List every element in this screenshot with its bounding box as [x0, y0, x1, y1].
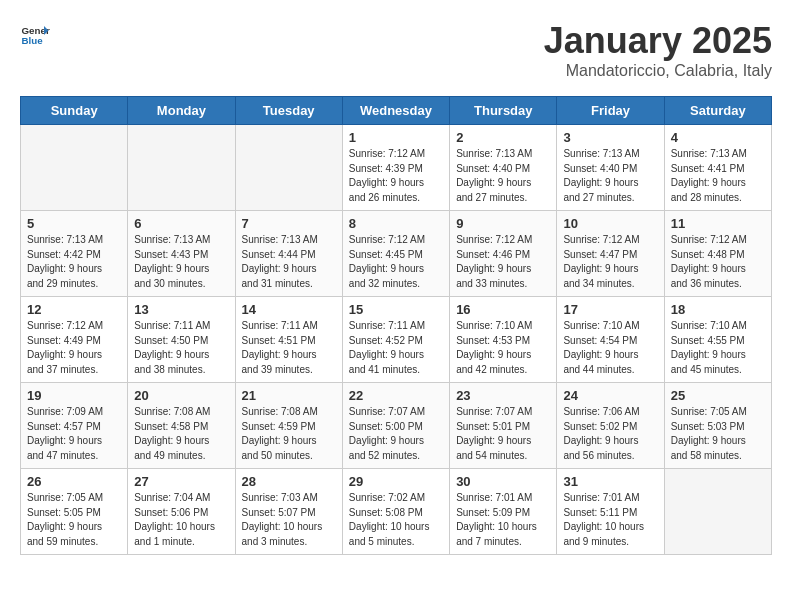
day-info: Sunrise: 7:12 AM Sunset: 4:46 PM Dayligh…: [456, 233, 550, 291]
calendar-day-26: 26Sunrise: 7:05 AM Sunset: 5:05 PM Dayli…: [21, 469, 128, 555]
day-number: 30: [456, 474, 550, 489]
day-info: Sunrise: 7:12 AM Sunset: 4:39 PM Dayligh…: [349, 147, 443, 205]
day-info: Sunrise: 7:12 AM Sunset: 4:48 PM Dayligh…: [671, 233, 765, 291]
day-number: 31: [563, 474, 657, 489]
calendar-empty-cell: [128, 125, 235, 211]
day-info: Sunrise: 7:12 AM Sunset: 4:45 PM Dayligh…: [349, 233, 443, 291]
day-number: 12: [27, 302, 121, 317]
day-info: Sunrise: 7:05 AM Sunset: 5:03 PM Dayligh…: [671, 405, 765, 463]
calendar-day-30: 30Sunrise: 7:01 AM Sunset: 5:09 PM Dayli…: [450, 469, 557, 555]
svg-text:Blue: Blue: [22, 35, 44, 46]
day-number: 17: [563, 302, 657, 317]
calendar-table: SundayMondayTuesdayWednesdayThursdayFrid…: [20, 96, 772, 555]
day-info: Sunrise: 7:05 AM Sunset: 5:05 PM Dayligh…: [27, 491, 121, 549]
day-number: 3: [563, 130, 657, 145]
day-info: Sunrise: 7:04 AM Sunset: 5:06 PM Dayligh…: [134, 491, 228, 549]
day-number: 19: [27, 388, 121, 403]
day-number: 16: [456, 302, 550, 317]
calendar-title: January 2025: [544, 20, 772, 62]
day-number: 20: [134, 388, 228, 403]
calendar-day-5: 5Sunrise: 7:13 AM Sunset: 4:42 PM Daylig…: [21, 211, 128, 297]
calendar-day-8: 8Sunrise: 7:12 AM Sunset: 4:45 PM Daylig…: [342, 211, 449, 297]
weekday-header-wednesday: Wednesday: [342, 97, 449, 125]
day-number: 18: [671, 302, 765, 317]
day-info: Sunrise: 7:13 AM Sunset: 4:43 PM Dayligh…: [134, 233, 228, 291]
weekday-header-tuesday: Tuesday: [235, 97, 342, 125]
calendar-day-14: 14Sunrise: 7:11 AM Sunset: 4:51 PM Dayli…: [235, 297, 342, 383]
day-info: Sunrise: 7:13 AM Sunset: 4:44 PM Dayligh…: [242, 233, 336, 291]
day-number: 2: [456, 130, 550, 145]
day-number: 23: [456, 388, 550, 403]
calendar-empty-cell: [21, 125, 128, 211]
day-number: 25: [671, 388, 765, 403]
day-info: Sunrise: 7:06 AM Sunset: 5:02 PM Dayligh…: [563, 405, 657, 463]
day-number: 24: [563, 388, 657, 403]
calendar-day-6: 6Sunrise: 7:13 AM Sunset: 4:43 PM Daylig…: [128, 211, 235, 297]
weekday-header-friday: Friday: [557, 97, 664, 125]
day-number: 22: [349, 388, 443, 403]
calendar-week-row: 26Sunrise: 7:05 AM Sunset: 5:05 PM Dayli…: [21, 469, 772, 555]
calendar-day-10: 10Sunrise: 7:12 AM Sunset: 4:47 PM Dayli…: [557, 211, 664, 297]
weekday-header-saturday: Saturday: [664, 97, 771, 125]
calendar-day-9: 9Sunrise: 7:12 AM Sunset: 4:46 PM Daylig…: [450, 211, 557, 297]
calendar-day-3: 3Sunrise: 7:13 AM Sunset: 4:40 PM Daylig…: [557, 125, 664, 211]
day-number: 1: [349, 130, 443, 145]
day-info: Sunrise: 7:11 AM Sunset: 4:50 PM Dayligh…: [134, 319, 228, 377]
calendar-day-31: 31Sunrise: 7:01 AM Sunset: 5:11 PM Dayli…: [557, 469, 664, 555]
calendar-week-row: 1Sunrise: 7:12 AM Sunset: 4:39 PM Daylig…: [21, 125, 772, 211]
calendar-day-11: 11Sunrise: 7:12 AM Sunset: 4:48 PM Dayli…: [664, 211, 771, 297]
day-number: 26: [27, 474, 121, 489]
day-info: Sunrise: 7:13 AM Sunset: 4:42 PM Dayligh…: [27, 233, 121, 291]
logo: General Blue: [20, 20, 50, 50]
day-number: 13: [134, 302, 228, 317]
calendar-day-13: 13Sunrise: 7:11 AM Sunset: 4:50 PM Dayli…: [128, 297, 235, 383]
calendar-day-4: 4Sunrise: 7:13 AM Sunset: 4:41 PM Daylig…: [664, 125, 771, 211]
calendar-day-2: 2Sunrise: 7:13 AM Sunset: 4:40 PM Daylig…: [450, 125, 557, 211]
day-info: Sunrise: 7:07 AM Sunset: 5:01 PM Dayligh…: [456, 405, 550, 463]
calendar-week-row: 12Sunrise: 7:12 AM Sunset: 4:49 PM Dayli…: [21, 297, 772, 383]
title-area: January 2025 Mandatoriccio, Calabria, It…: [544, 20, 772, 80]
calendar-day-23: 23Sunrise: 7:07 AM Sunset: 5:01 PM Dayli…: [450, 383, 557, 469]
day-info: Sunrise: 7:09 AM Sunset: 4:57 PM Dayligh…: [27, 405, 121, 463]
day-number: 11: [671, 216, 765, 231]
weekday-header-sunday: Sunday: [21, 97, 128, 125]
calendar-day-18: 18Sunrise: 7:10 AM Sunset: 4:55 PM Dayli…: [664, 297, 771, 383]
day-info: Sunrise: 7:12 AM Sunset: 4:47 PM Dayligh…: [563, 233, 657, 291]
calendar-day-21: 21Sunrise: 7:08 AM Sunset: 4:59 PM Dayli…: [235, 383, 342, 469]
day-info: Sunrise: 7:10 AM Sunset: 4:53 PM Dayligh…: [456, 319, 550, 377]
calendar-day-15: 15Sunrise: 7:11 AM Sunset: 4:52 PM Dayli…: [342, 297, 449, 383]
day-info: Sunrise: 7:02 AM Sunset: 5:08 PM Dayligh…: [349, 491, 443, 549]
day-number: 6: [134, 216, 228, 231]
day-info: Sunrise: 7:13 AM Sunset: 4:40 PM Dayligh…: [456, 147, 550, 205]
day-info: Sunrise: 7:01 AM Sunset: 5:09 PM Dayligh…: [456, 491, 550, 549]
day-number: 8: [349, 216, 443, 231]
day-info: Sunrise: 7:10 AM Sunset: 4:54 PM Dayligh…: [563, 319, 657, 377]
day-info: Sunrise: 7:08 AM Sunset: 4:58 PM Dayligh…: [134, 405, 228, 463]
logo-icon: General Blue: [20, 20, 50, 50]
calendar-week-row: 19Sunrise: 7:09 AM Sunset: 4:57 PM Dayli…: [21, 383, 772, 469]
calendar-subtitle: Mandatoriccio, Calabria, Italy: [544, 62, 772, 80]
day-number: 9: [456, 216, 550, 231]
calendar-day-24: 24Sunrise: 7:06 AM Sunset: 5:02 PM Dayli…: [557, 383, 664, 469]
day-number: 10: [563, 216, 657, 231]
day-number: 7: [242, 216, 336, 231]
day-info: Sunrise: 7:11 AM Sunset: 4:51 PM Dayligh…: [242, 319, 336, 377]
day-info: Sunrise: 7:03 AM Sunset: 5:07 PM Dayligh…: [242, 491, 336, 549]
calendar-day-1: 1Sunrise: 7:12 AM Sunset: 4:39 PM Daylig…: [342, 125, 449, 211]
calendar-day-17: 17Sunrise: 7:10 AM Sunset: 4:54 PM Dayli…: [557, 297, 664, 383]
calendar-empty-cell: [664, 469, 771, 555]
day-number: 28: [242, 474, 336, 489]
day-info: Sunrise: 7:13 AM Sunset: 4:40 PM Dayligh…: [563, 147, 657, 205]
calendar-day-20: 20Sunrise: 7:08 AM Sunset: 4:58 PM Dayli…: [128, 383, 235, 469]
day-info: Sunrise: 7:11 AM Sunset: 4:52 PM Dayligh…: [349, 319, 443, 377]
day-info: Sunrise: 7:10 AM Sunset: 4:55 PM Dayligh…: [671, 319, 765, 377]
calendar-day-25: 25Sunrise: 7:05 AM Sunset: 5:03 PM Dayli…: [664, 383, 771, 469]
calendar-day-16: 16Sunrise: 7:10 AM Sunset: 4:53 PM Dayli…: [450, 297, 557, 383]
calendar-day-22: 22Sunrise: 7:07 AM Sunset: 5:00 PM Dayli…: [342, 383, 449, 469]
day-number: 27: [134, 474, 228, 489]
calendar-day-12: 12Sunrise: 7:12 AM Sunset: 4:49 PM Dayli…: [21, 297, 128, 383]
weekday-header-monday: Monday: [128, 97, 235, 125]
calendar-day-27: 27Sunrise: 7:04 AM Sunset: 5:06 PM Dayli…: [128, 469, 235, 555]
weekday-header-row: SundayMondayTuesdayWednesdayThursdayFrid…: [21, 97, 772, 125]
day-number: 5: [27, 216, 121, 231]
